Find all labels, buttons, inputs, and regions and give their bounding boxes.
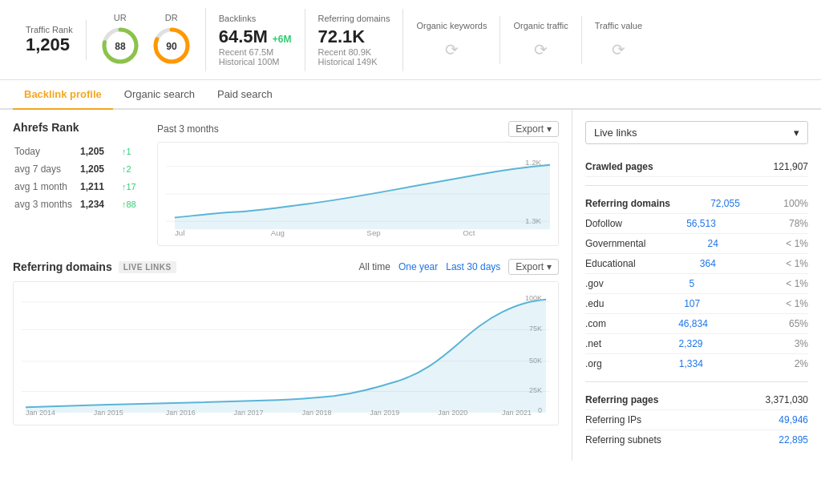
ahrefs-rank-section: Ahrefs Rank Today 1,205 ↑1 avg 7 days 1,… xyxy=(13,121,559,259)
svg-text:Jan 2019: Jan 2019 xyxy=(370,409,399,417)
right-stat-row: Referring domains 72,055 100% xyxy=(585,194,808,214)
ur-value-text: 88 xyxy=(115,41,126,52)
ref-header: Referring domains LIVE LINKS All time On… xyxy=(13,259,559,275)
right-stat-row: Educational 364 < 1% xyxy=(585,254,808,274)
svg-text:Oct: Oct xyxy=(463,229,475,236)
export-button-rank[interactable]: Export ▾ xyxy=(508,121,559,137)
dr-value-text: 90 xyxy=(166,41,177,52)
chevron-down-icon-2: ▾ xyxy=(547,261,552,272)
rank-table-row: Today 1,205 ↑1 xyxy=(14,143,156,159)
right-bottom-stat-row: Referring pages 3,371,030 xyxy=(585,390,808,410)
right-rows: Referring domains 72,055 100% Dofollow 5… xyxy=(585,194,808,373)
referring-domains-label: Referring domains xyxy=(318,14,390,23)
svg-text:Sep: Sep xyxy=(366,229,380,236)
divider-1 xyxy=(585,185,808,186)
ur-ring-svg: 88 xyxy=(99,25,141,67)
organic-keywords-loading: ⟳ xyxy=(416,34,487,59)
referring-domains-stat: Referring domains 72.1K Recent 80.9K His… xyxy=(305,9,404,71)
organic-traffic-stat: Organic traffic ⟳ xyxy=(500,16,581,64)
rank-chart-header: Past 3 months Export ▾ xyxy=(157,121,559,137)
main-content: Ahrefs Rank Today 1,205 ↑1 avg 7 days 1,… xyxy=(0,110,821,461)
referring-domains-value: 72.1K xyxy=(318,26,390,47)
rank-chart-box: 1.2K 1.3K Jul Aug Sep Oct xyxy=(157,142,559,246)
traffic-value-label: Traffic value xyxy=(595,21,642,30)
time-filters: All time One year Last 30 days Export ▾ xyxy=(359,259,559,275)
rank-table-row: avg 1 month 1,211 ↑17 xyxy=(14,179,156,195)
ur-label: UR xyxy=(99,13,141,22)
rank-label: Traffic Rank xyxy=(26,25,73,34)
svg-text:Jan 2021: Jan 2021 xyxy=(502,409,532,417)
dr-ring-svg: 90 xyxy=(151,25,192,67)
top-stats-bar: Traffic Rank 1,205 UR 88 DR 90 Backlinks… xyxy=(0,0,821,80)
organic-keywords-stat: Organic keywords ⟳ xyxy=(403,16,500,64)
svg-text:Jan 2018: Jan 2018 xyxy=(301,409,331,417)
svg-text:Jan 2014: Jan 2014 xyxy=(26,409,55,417)
rank-chart: Past 3 months Export ▾ 1.2K 1.3K xyxy=(157,121,559,259)
tab-paid-search[interactable]: Paid search xyxy=(206,80,284,110)
referring-domains-sub: Recent 80.9K Historical 149K xyxy=(318,47,390,67)
ref-domains-title: Referring domains xyxy=(13,260,112,273)
rank-table-row: avg 3 months 1,234 ↑88 xyxy=(14,196,156,212)
live-links-badge: LIVE LINKS xyxy=(119,261,176,273)
rank-section: Traffic Rank 1,205 xyxy=(13,20,87,60)
rank-table-row: avg 7 days 1,205 ↑2 xyxy=(14,161,156,177)
divider-2 xyxy=(585,381,808,382)
dr-label: DR xyxy=(151,13,192,22)
filter-last-30[interactable]: Last 30 days xyxy=(446,261,500,272)
left-panel: Ahrefs Rank Today 1,205 ↑1 avg 7 days 1,… xyxy=(0,110,572,461)
right-bottom-stat-row: Referring subnets 22,895 xyxy=(585,430,808,450)
right-stat-row: Dofollow 56,513 78% xyxy=(585,214,808,234)
chevron-down-icon-3: ▾ xyxy=(794,127,799,139)
backlinks-stat: Backlinks 64.5M +6M Recent 67.5M Histori… xyxy=(206,9,305,71)
ref-title-area: Referring domains LIVE LINKS xyxy=(13,260,176,273)
right-stat-row: .gov 5 < 1% xyxy=(585,274,808,294)
organic-traffic-loading: ⟳ xyxy=(513,34,568,59)
crawled-pages-label: Crawled pages xyxy=(585,161,653,172)
svg-text:Jul: Jul xyxy=(175,229,185,236)
crawled-pages-value: 121,907 xyxy=(774,161,808,172)
ur-ring: UR 88 xyxy=(99,13,141,67)
live-links-dropdown[interactable]: Live links ▾ xyxy=(585,121,808,144)
right-stat-row: .edu 107 < 1% xyxy=(585,294,808,314)
backlinks-sub: Recent 67.5M Historical 100M xyxy=(219,47,292,67)
chevron-down-icon: ▾ xyxy=(547,123,552,135)
chart-period: Past 3 months xyxy=(157,123,219,135)
filter-all-time[interactable]: All time xyxy=(359,261,390,272)
right-panel: Live links ▾ Crawled pages 121,907 Refer… xyxy=(572,110,821,461)
dr-ring: DR 90 xyxy=(151,13,192,67)
right-bottom-rows: Referring pages 3,371,030 Referring IPs … xyxy=(585,390,808,450)
rank-left: Ahrefs Rank Today 1,205 ↑1 avg 7 days 1,… xyxy=(13,121,157,259)
ref-chart-svg: 100K 75K 50K 25K 0 Jan 2014 Jan 2015 Jan… xyxy=(22,290,550,417)
ur-dr-section: UR 88 DR 90 xyxy=(87,8,206,71)
svg-text:Jan 2020: Jan 2020 xyxy=(438,409,467,417)
tab-organic-search[interactable]: Organic search xyxy=(113,80,206,110)
backlinks-change: +6M xyxy=(273,34,292,45)
ahrefs-rank-title: Ahrefs Rank xyxy=(13,121,157,134)
svg-text:Jan 2016: Jan 2016 xyxy=(166,409,196,417)
tab-backlink-profile[interactable]: Backlink profile xyxy=(13,80,113,110)
crawled-pages-row: Crawled pages 121,907 xyxy=(585,157,808,177)
nav-tabs: Backlink profile Organic search Paid sea… xyxy=(0,80,821,110)
backlinks-label: Backlinks xyxy=(219,14,292,23)
right-stat-row: Governmental 24 < 1% xyxy=(585,234,808,254)
rank-value: 1,205 xyxy=(26,34,73,55)
rank-table: Today 1,205 ↑1 avg 7 days 1,205 ↑2 avg 1… xyxy=(13,142,157,214)
traffic-value-stat: Traffic value ⟳ xyxy=(582,16,655,64)
rank-chart-svg: 1.2K 1.3K Jul Aug Sep Oct xyxy=(166,151,550,237)
filter-one-year[interactable]: One year xyxy=(398,261,438,272)
referring-domains-section: Referring domains LIVE LINKS All time On… xyxy=(13,259,559,425)
export-button-ref[interactable]: Export ▾ xyxy=(508,259,559,275)
organic-traffic-label: Organic traffic xyxy=(513,21,568,30)
right-stat-row: .net 2,329 3% xyxy=(585,334,808,354)
traffic-value-loading: ⟳ xyxy=(595,34,642,59)
svg-text:Aug: Aug xyxy=(271,229,285,236)
right-stat-row: .org 1,334 2% xyxy=(585,354,808,373)
svg-text:Jan 2015: Jan 2015 xyxy=(94,409,123,417)
right-bottom-stat-row: Referring IPs 49,946 xyxy=(585,410,808,430)
backlinks-value: 64.5M xyxy=(219,26,268,47)
svg-text:Jan 2017: Jan 2017 xyxy=(234,409,264,417)
ref-chart-box: 100K 75K 50K 25K 0 Jan 2014 Jan 2015 Jan… xyxy=(13,281,559,425)
organic-keywords-label: Organic keywords xyxy=(416,21,487,30)
right-stat-row: .com 46,834 65% xyxy=(585,314,808,334)
